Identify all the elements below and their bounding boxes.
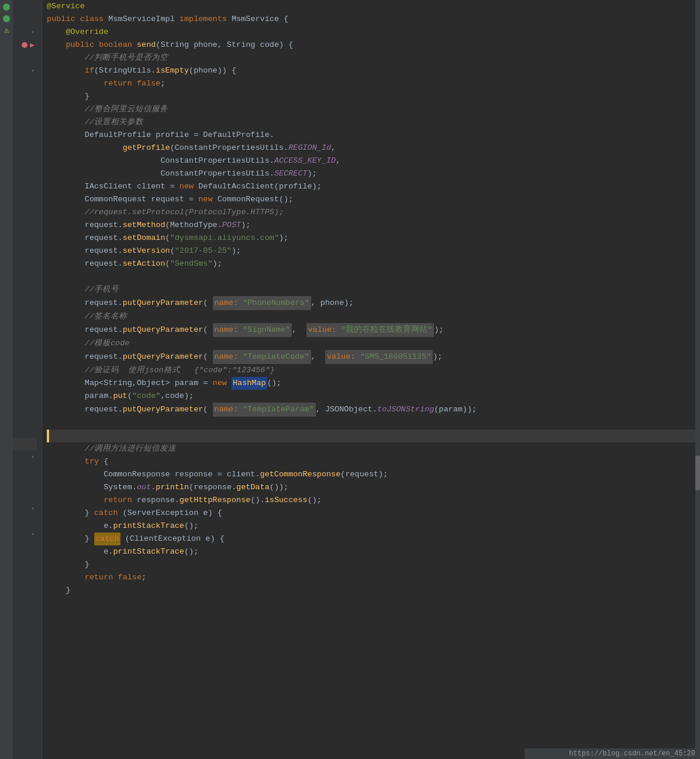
code-line: System.out.println(response.getData());: [47, 481, 700, 494]
code-text: e.: [47, 545, 113, 558]
highlighted-class: HashMap: [232, 377, 267, 390]
gutter-row: ▶: [22, 39, 37, 51]
fold-arrow[interactable]: ▾: [31, 29, 35, 36]
vertical-scrollbar[interactable]: [695, 0, 700, 759]
gutter-row: [35, 167, 37, 180]
code-line: //判断手机号是否为空: [47, 51, 700, 64]
comment: //模板code: [47, 337, 129, 350]
blank: [47, 417, 51, 430]
code-text: (response.: [189, 481, 236, 494]
code-line: [47, 417, 700, 430]
method-name: putQueryParameter: [123, 351, 204, 363]
line-number-gutter: ▾ ▶ ▾: [13, 0, 42, 759]
code-text: );: [433, 351, 442, 363]
comment: //手机号: [47, 283, 119, 296]
gutter-row: [35, 386, 37, 399]
code-text: (: [170, 245, 175, 257]
gutter-row: [35, 296, 37, 309]
static-field: POST: [222, 219, 241, 232]
code-text: , JSONObject.: [316, 403, 377, 416]
code-line: try {: [47, 455, 700, 468]
code-line: request.setDomain("dysmsapi.aliyuncs.com…: [47, 232, 700, 245]
named-param: name: "TemplateCode": [213, 350, 311, 364]
code-text: ConstantPropertiesUtils.: [160, 167, 274, 180]
code-line: e.printStackTrace();: [47, 520, 700, 533]
code-text: ;: [142, 571, 146, 584]
indent: [47, 64, 85, 77]
fold-arrow[interactable]: ▾: [31, 67, 35, 74]
breakpoint-indicator: [22, 42, 27, 48]
keyword: new: [213, 377, 232, 390]
string-literal: "code": [132, 390, 161, 403]
code-text: ();: [184, 520, 198, 533]
method-name: putQueryParameter: [123, 324, 204, 336]
method-name: println: [156, 481, 189, 494]
code-text: .: [151, 481, 156, 494]
code-text: Map<String,Object> param =: [47, 377, 213, 390]
gutter-row: [35, 116, 37, 129]
code-text: ,: [336, 154, 340, 167]
method-name: getHttpResponse: [180, 494, 251, 507]
code-text: (MethodType.: [165, 219, 222, 232]
indent: [47, 167, 160, 180]
param-label: value:: [327, 352, 360, 361]
gutter-row: [35, 206, 37, 219]
code-text: ());: [270, 481, 288, 494]
gutter-row: [13, 438, 37, 451]
code-text: request.: [47, 351, 123, 363]
code-line: }: [47, 90, 700, 103]
gutter-row: ▾: [31, 64, 37, 77]
indent: [47, 455, 85, 468]
indent: [47, 26, 65, 39]
method-name: printStackTrace: [113, 520, 184, 533]
annotation-service: @Service: [47, 0, 85, 13]
keyword: return: [85, 571, 118, 584]
code-text: , phone);: [311, 297, 354, 310]
code-text: request.: [47, 257, 123, 270]
method-name: putQueryParameter: [123, 297, 204, 310]
fold-arrow[interactable]: ▾: [31, 531, 35, 538]
gutter-row: [35, 270, 37, 283]
code-line: public boolean send(String phone, String…: [47, 39, 700, 51]
code-text: request.: [47, 297, 123, 310]
string-literal: "SignName": [243, 325, 290, 334]
code-text: ();: [184, 545, 198, 558]
indent: [47, 494, 104, 507]
param-label: name:: [215, 352, 243, 361]
keyword: catch: [94, 507, 123, 520]
code-line: //手机号: [47, 283, 700, 296]
indent: [47, 571, 85, 584]
code-text: }: [47, 533, 94, 545]
code-text: (ClientException e) {: [120, 533, 225, 545]
scrollbar-thumb[interactable]: [695, 455, 700, 490]
code-text: ,: [311, 351, 325, 363]
gutter-row: [35, 142, 37, 154]
annotation-override: @Override: [65, 26, 108, 39]
sidebar-icon-3: ⚠: [2, 26, 11, 35]
code-text: request.: [47, 219, 123, 232]
gutter-row: [35, 180, 37, 193]
method-name: isSuccess: [265, 494, 308, 507]
gutter-row: [35, 154, 37, 167]
gutter-row: [35, 515, 37, 528]
code-text: }: [47, 507, 94, 520]
code-line: DefaultProfile profile = DefaultProfile.: [47, 129, 700, 142]
string-literal: "TemplateParam": [243, 405, 314, 414]
keyword: new: [180, 180, 198, 193]
left-sidebar: ⚠: [0, 0, 13, 759]
fold-arrow[interactable]: ▾: [31, 454, 35, 461]
code-text: ConstantPropertiesUtils.: [160, 154, 274, 167]
named-param: value: "SMS_180051135": [325, 350, 433, 364]
static-field: SECRECT: [274, 167, 308, 180]
named-param: value: "我的谷粒在线教育网站": [306, 323, 435, 337]
fold-arrow[interactable]: ▾: [31, 505, 35, 512]
gutter-row: [35, 348, 37, 360]
indent: [47, 39, 65, 51]
code-line: getProfile(ConstantPropertiesUtils.REGIO…: [47, 142, 700, 154]
param-label: name:: [215, 298, 243, 307]
code-text: (: [203, 324, 212, 336]
code-text: (phone)) {: [189, 64, 236, 77]
named-param: name: "TemplateParam": [213, 403, 316, 417]
gutter-row: [35, 257, 37, 270]
code-text: );: [241, 219, 250, 232]
